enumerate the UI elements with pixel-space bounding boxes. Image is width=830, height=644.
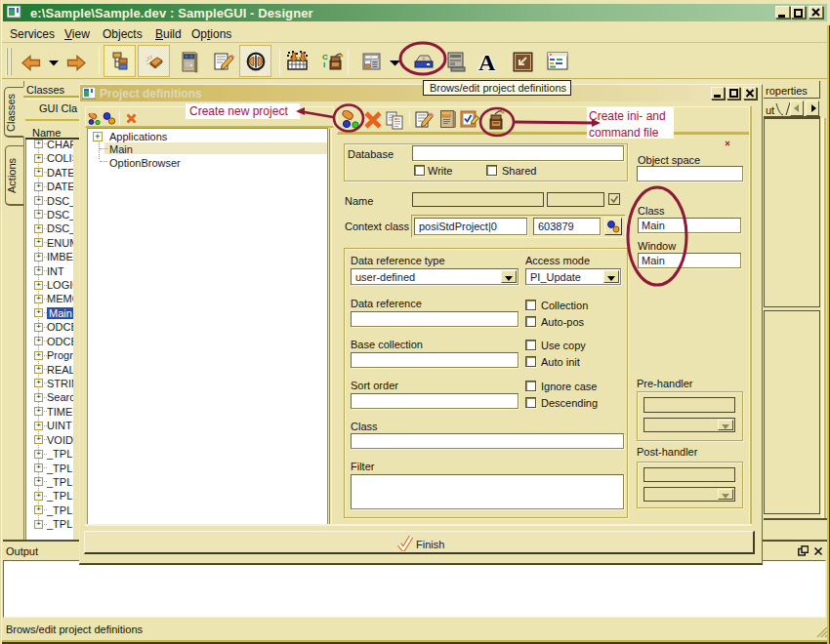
- svg-text:I: I: [323, 60, 325, 69]
